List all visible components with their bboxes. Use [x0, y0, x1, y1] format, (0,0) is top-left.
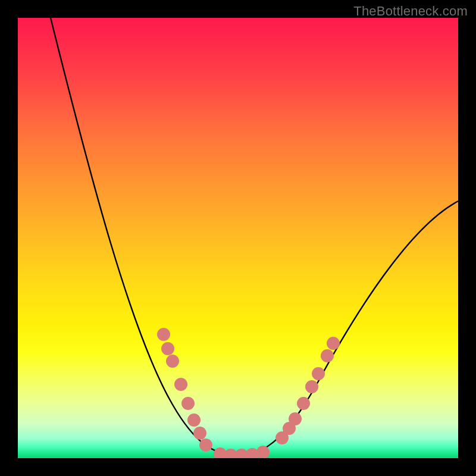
data-dot — [174, 378, 187, 391]
curve-svg — [18, 18, 458, 458]
data-dot — [193, 427, 206, 440]
data-dot — [289, 412, 302, 425]
data-dot — [181, 397, 195, 410]
data-dot — [321, 349, 334, 362]
plot-area — [18, 18, 458, 458]
watermark-text: TheBottleneck.com — [353, 4, 468, 19]
bottleneck-curve — [51, 18, 458, 455]
chart-frame: TheBottleneck.com — [0, 0, 476, 476]
data-dot — [297, 397, 310, 410]
data-dot — [161, 342, 174, 355]
data-dot — [327, 337, 340, 350]
data-dot — [157, 328, 170, 341]
data-dot — [199, 439, 212, 452]
data-dot — [187, 414, 201, 427]
data-dot — [166, 355, 179, 368]
data-dots-group — [157, 328, 340, 458]
data-dot — [305, 380, 318, 393]
data-dot — [312, 367, 325, 380]
data-dot — [256, 446, 270, 458]
